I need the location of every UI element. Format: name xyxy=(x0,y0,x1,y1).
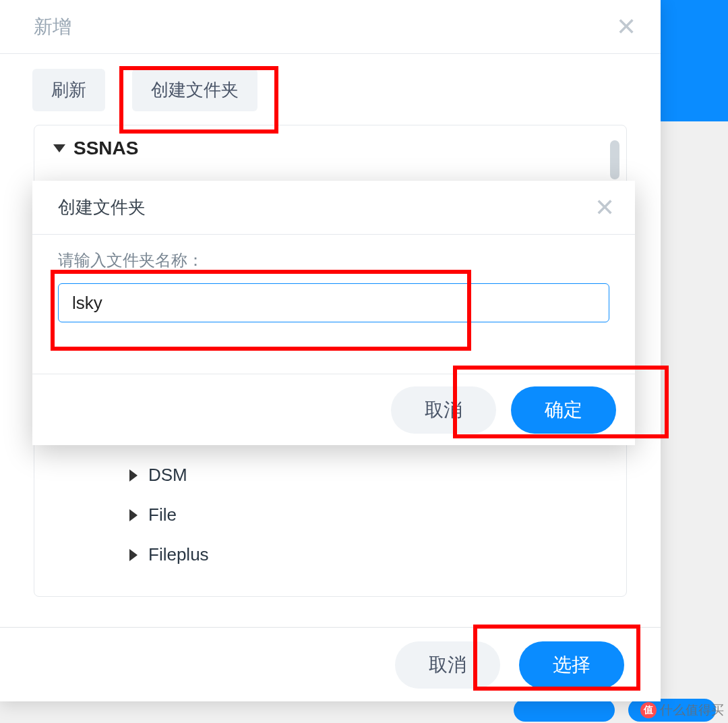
dialog-title: 创建文件夹 xyxy=(58,196,146,219)
tree-root-label: SSNAS xyxy=(73,138,138,159)
toolbar: 刷新 创建文件夹 xyxy=(0,54,661,117)
create-folder-dialog: 创建文件夹 ✕ 请输入文件夹名称： 取消 确定 xyxy=(32,181,635,445)
tree-item-file[interactable]: File xyxy=(129,495,599,535)
watermark-icon: 值 xyxy=(640,702,657,718)
chevron-right-icon xyxy=(129,509,138,521)
tree-root-node[interactable]: SSNAS xyxy=(53,138,607,159)
footer-cancel-button[interactable]: 取消 xyxy=(395,641,500,689)
watermark: 值 什么值得买 xyxy=(640,701,724,719)
watermark-text: 什么值得买 xyxy=(660,701,724,719)
scrollbar-thumb[interactable] xyxy=(610,140,619,179)
dialog-body: 请输入文件夹名称： xyxy=(32,235,635,337)
tree-item-dsm[interactable]: DSM xyxy=(129,455,599,495)
footer-select-button[interactable]: 选择 xyxy=(519,641,624,689)
create-folder-button[interactable]: 创建文件夹 xyxy=(132,69,257,111)
panel-header: 新增 ✕ xyxy=(0,0,661,54)
dialog-confirm-button[interactable]: 确定 xyxy=(511,386,616,434)
close-icon[interactable]: ✕ xyxy=(595,194,615,222)
panel-footer: 取消 选择 xyxy=(0,627,661,701)
panel-title: 新增 xyxy=(34,14,71,40)
chevron-right-icon xyxy=(129,469,138,482)
dialog-cancel-button[interactable]: 取消 xyxy=(391,386,496,434)
tree-item-label: DSM xyxy=(148,465,187,486)
chevron-right-icon xyxy=(129,549,138,561)
tree-item-label: File xyxy=(148,504,177,525)
dialog-footer: 取消 确定 xyxy=(32,374,635,445)
refresh-button[interactable]: 刷新 xyxy=(32,69,105,111)
tree-item-fileplus[interactable]: Fileplus xyxy=(129,535,599,575)
background-blue-strip xyxy=(661,0,728,121)
dialog-header: 创建文件夹 ✕ xyxy=(32,181,635,235)
tree-item-label: Fileplus xyxy=(148,544,209,565)
chevron-down-icon xyxy=(53,144,65,152)
close-icon[interactable]: ✕ xyxy=(616,13,636,41)
folder-name-input[interactable] xyxy=(58,283,609,322)
folder-name-label: 请输入文件夹名称： xyxy=(58,250,609,271)
